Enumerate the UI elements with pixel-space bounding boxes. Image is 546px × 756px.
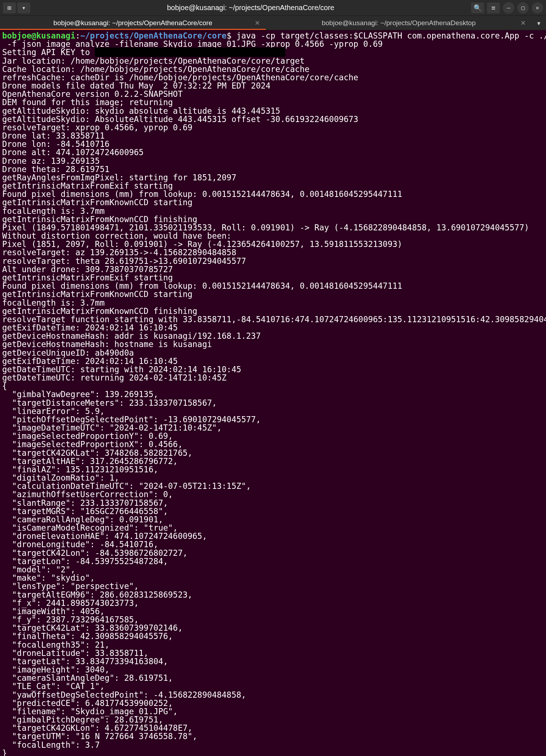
output-line: getExifDateTime: 2024:02:14 16:10:45	[2, 323, 178, 332]
new-tab-button[interactable]: ⊞	[3, 3, 16, 13]
terminal-tab-2[interactable]: bobjoe@kusanagi: ~/projects/OpenAthenaDe…	[266, 16, 532, 30]
output-line: "imageWidth": 4056,	[2, 607, 104, 616]
output-line: "make": "skydio",	[2, 573, 95, 582]
output-line: "targetLat": 33.834773394163804,	[2, 657, 168, 666]
output-line: getDateTimeUTC: starting with 2024:02:14…	[2, 365, 241, 374]
output-line: Drone alt: 474.10724724600965	[2, 148, 144, 157]
output-line: getDeviceHostnameHash: addr is kusanagi/…	[2, 331, 261, 341]
output-line: getRayAnglesFromImgPixel: starting for 1…	[2, 173, 236, 182]
output-line: "imageSelectedProportionX": 0.4566,	[2, 440, 183, 449]
output-line: "finalAZ": 135.11231210951516,	[2, 465, 158, 474]
output-line: "targetAltHAE": 317.2645286796772,	[2, 456, 178, 466]
output-line: "gimbalYawDegree": 139.269135,	[2, 390, 158, 399]
titlebar-left-controls: ⊞ ▾	[3, 3, 30, 13]
output-line: getDeviceHostnameHash: hostname is kusan…	[2, 339, 212, 349]
prompt-path: ~/projects/OpenAthenaCore/core	[80, 31, 227, 40]
prompt-dollar: $	[227, 31, 236, 40]
output-line: getAltitudeSkydio: AbsoluteAltitude 443.…	[2, 114, 358, 124]
minimize-button[interactable]: —	[503, 2, 514, 14]
output-line: refreshCache: cacheDir is /home/bobjoe/p…	[2, 73, 358, 82]
close-tab-icon[interactable]: ✕	[255, 19, 260, 27]
output-line: OpenAthenaCore version 0.2.2-SNAPSHOT	[2, 89, 183, 99]
redacted-value: xxxxxxxxxxxxxxxxxxxxxxxxxxxxxxxxxxxxxxx	[95, 48, 285, 57]
output-line: resolveTarget function starting with 33.…	[2, 315, 546, 324]
output-line: "predictedCE": 6.481774539900252,	[2, 698, 173, 708]
output-line: Pixel (1851, 2097, Roll: 0.091901) -> Ra…	[2, 239, 402, 249]
output-line: getIntrinsicMatrixFromExif starting	[2, 181, 173, 190]
output-line: resolveTarget: theta 28.619751->13.69010…	[2, 256, 246, 266]
prompt-colon: :	[75, 31, 80, 40]
output-line: "targetUTM": "16 N 727664 3746558.78",	[2, 732, 197, 741]
output-line: "targetCK42Lat": 33.83607399702146,	[2, 623, 183, 633]
tab-dropdown-icon[interactable]: ▾	[532, 16, 546, 30]
output-line: resolveTarget: xprop 0.4566, yprop 0.69	[2, 123, 192, 132]
tab-label: bobjoe@kusanagi: ~/projects/OpenAthenaDe…	[322, 19, 476, 27]
tab-menu-button[interactable]: ▾	[17, 3, 30, 13]
output-line: Cache location: /home/bobjoe/projects/Op…	[2, 64, 309, 74]
output-line: getIntrinsicMatrixFromKnownCCD starting	[2, 198, 192, 207]
terminal-tab-1[interactable]: bobjoe@kusanagi: ~/projects/OpenAthenaCo…	[0, 16, 266, 30]
output-line: getIntrinsicMatrixFromExif starting	[2, 273, 173, 282]
search-button[interactable]: 🔍	[471, 3, 484, 13]
output-line: "targetCK42GKLat": 3748268.582821765,	[2, 448, 192, 458]
output-line: "f_y": 2387.7332964167585,	[2, 615, 139, 624]
output-line: "f_x": 2441.8985743023773,	[2, 598, 139, 608]
output-line: }	[2, 748, 7, 756]
output-line: getAltitudeSkydio: skydio absolute altit…	[2, 106, 280, 116]
output-line: Jar location: /home/bobjoe/projects/Open…	[2, 56, 305, 66]
output-line: Pixel (1849.571801498471, 2101.335021193…	[2, 223, 529, 232]
titlebar-right-controls: 🔍 ≡ — ▢ ✕	[471, 2, 543, 14]
output-line: "pitchOffsetDegSelectedPoint": -13.69010…	[2, 415, 261, 424]
output-line: Found pixel dimensions (mm) from lookup:…	[2, 281, 402, 291]
output-line: "finalTheta": 42.309858294045576,	[2, 631, 173, 641]
output-line: getExifDateTime: 2024:02:14 16:10:45	[2, 356, 178, 366]
hamburger-menu-button[interactable]: ≡	[487, 3, 500, 13]
output-line: "targetMGRS": "16SGC2766446558",	[2, 507, 168, 516]
output-line: focalLength is: 3.7mm	[2, 206, 104, 216]
output-line: "imageSelectedProportionY": 0.69,	[2, 431, 173, 441]
output-line: "yawOffsetDegSelectedPoint": -4.15682289…	[2, 690, 246, 699]
output-line: "focalLength": 3.7	[2, 740, 100, 750]
output-line: "imageDateTimeUTC": "2024-02-14T21:10:45…	[2, 423, 222, 432]
close-tab-icon[interactable]: ✕	[520, 19, 526, 27]
output-line: focalLength is: 3.7mm	[2, 298, 104, 307]
output-line: Found pixel dimensions (mm) from lookup:…	[2, 189, 402, 199]
output-line: "cameraRollAngleDeg": 0.091901,	[2, 515, 163, 524]
output-line: "digitalZoomRatio": 1,	[2, 473, 119, 482]
output-line: DEM found for this image; returning	[2, 98, 173, 107]
prompt-user-host: bobjoe@kusanagi	[2, 31, 75, 40]
command-text: java -cp target/classes:$CLASSPATH com.o…	[236, 31, 546, 40]
output-line: "model": "2",	[2, 565, 75, 574]
output-line: "focalLength35": 21,	[2, 640, 109, 649]
output-line: getIntrinsicMatrixFromKnownCCD finishing	[2, 215, 197, 224]
output-line: Drone theta: 28.619751	[2, 165, 109, 174]
window-titlebar: ⊞ ▾ bobjoe@kusanagi: ~/projects/OpenAthe…	[0, 0, 546, 16]
output-line: "cameraSlantAngleDeg": 28.619751,	[2, 673, 173, 683]
output-line: {	[2, 381, 7, 391]
output-line: "targetLon": -84.53975525487284,	[2, 557, 168, 566]
tab-label: bobjoe@kusanagi: ~/projects/OpenAthenaCo…	[53, 19, 212, 27]
output-line: "droneLongitude": -84.5410716,	[2, 540, 158, 549]
output-line: "azimuthOffsetUserCorrection": 0,	[2, 490, 173, 499]
output-line: "gimbalPitchDegree": 28.619751,	[2, 715, 163, 724]
close-button[interactable]: ✕	[532, 2, 543, 14]
output-line: getIntrinsicMatrixFromKnownCCD starting	[2, 289, 192, 299]
output-line: getIntrinsicMatrixFromKnownCCD finishing	[2, 306, 197, 316]
output-line: "imageHeight": 3040,	[2, 665, 109, 674]
output-line: "targetAltEGM96": 286.60283125869523,	[2, 590, 192, 599]
output-line: Without distortion correction, would hav…	[2, 231, 232, 240]
output-line: "isCameraModelRecognized": "true",	[2, 523, 178, 532]
output-line: Drone models file dated Thu May 2 07:32:…	[2, 81, 270, 90]
output-line: Setting API KEY to	[2, 48, 95, 57]
output-line: "targetCK42GKLon": 4.6727745104478E7,	[2, 723, 192, 733]
output-line: "linearError": 5.9,	[2, 406, 104, 416]
maximize-button[interactable]: ▢	[517, 2, 529, 14]
output-line: resolveTarget: az 139.269135->-4.1568228…	[2, 248, 236, 257]
output-line: "slantRange": 233.1333707158567,	[2, 498, 168, 508]
output-line: "TLE_Cat": "CAT_1",	[2, 681, 104, 691]
command-text-cont: -f json image analyze -filename Skydio_i…	[2, 39, 383, 49]
output-line: "droneLatitude": 33.8358711,	[2, 648, 148, 658]
output-line: Drone lat: 33.8358711	[2, 131, 104, 140]
output-line: "calculationDateTimeUTC": "2024-07-05T21…	[2, 481, 251, 491]
terminal-viewport[interactable]: bobjoe@kusanagi:~/projects/OpenAthenaCor…	[0, 30, 546, 756]
